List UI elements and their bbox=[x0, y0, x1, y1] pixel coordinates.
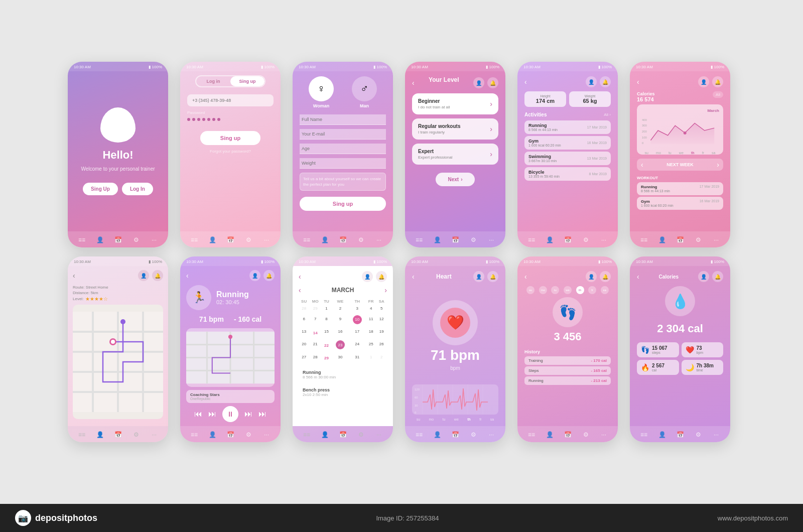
nav-calendar-1[interactable]: 📅 bbox=[113, 235, 122, 244]
cal-day-21[interactable]: 21 bbox=[309, 338, 321, 351]
cal-day-17[interactable]: 17 bbox=[349, 326, 366, 338]
cal-day-2-next[interactable]: 2 bbox=[376, 351, 387, 363]
cal-day-24[interactable]: 24 bbox=[349, 338, 366, 351]
next-track-icon[interactable]: ⏭ bbox=[244, 410, 252, 419]
cal-day-18[interactable]: 18 bbox=[366, 326, 376, 338]
dot-th[interactable]: th bbox=[576, 286, 584, 294]
cal-day-30[interactable]: 30 bbox=[332, 351, 349, 363]
nav-profile-8[interactable]: 👤 bbox=[208, 430, 217, 439]
nav-profile-3[interactable]: 👤 bbox=[320, 235, 329, 244]
nav-activity-6[interactable]: ≡≡ bbox=[639, 235, 648, 244]
nav-activity-3[interactable]: ≡≡ bbox=[302, 235, 311, 244]
sing-up-button[interactable]: Sing Up bbox=[83, 183, 118, 195]
nav-profile-9[interactable]: 👤 bbox=[320, 430, 329, 439]
nav-settings-4[interactable]: ⚙ bbox=[469, 235, 478, 244]
profile-icon-9[interactable]: 👤 bbox=[362, 271, 373, 282]
nav-settings-10[interactable]: ⚙ bbox=[469, 430, 478, 439]
dot-we[interactable]: we bbox=[564, 286, 572, 294]
bell-icon-12[interactable]: 🔔 bbox=[712, 271, 723, 282]
prev-month-button[interactable]: ‹ bbox=[299, 286, 301, 294]
nav-activity-5[interactable]: ≡≡ bbox=[527, 235, 536, 244]
profile-icon-6[interactable]: 👤 bbox=[698, 76, 709, 87]
cal-day-9[interactable]: 9 bbox=[332, 312, 349, 326]
nav-more-10[interactable]: ··· bbox=[487, 430, 496, 439]
back-button-5[interactable]: ‹ bbox=[524, 78, 527, 86]
cal-day-5[interactable]: 5 bbox=[376, 305, 387, 312]
bell-icon-5[interactable]: 🔔 bbox=[600, 76, 611, 87]
skip-forward-icon[interactable]: ⏭ bbox=[258, 410, 266, 419]
nav-profile-2[interactable]: 👤 bbox=[208, 235, 217, 244]
nav-activity-2[interactable]: ≡≡ bbox=[190, 235, 199, 244]
cal-day-25[interactable]: 25 bbox=[366, 338, 376, 351]
cal-day-12[interactable]: 12 bbox=[376, 312, 387, 326]
phone-input[interactable] bbox=[187, 94, 274, 106]
nav-more-9[interactable]: ··· bbox=[374, 430, 383, 439]
back-button-12[interactable]: ‹ bbox=[637, 273, 639, 281]
nav-more-4[interactable]: ··· bbox=[487, 235, 496, 244]
cal-day-29-prev[interactable]: 29 bbox=[309, 305, 321, 312]
nav-settings-1[interactable]: ⚙ bbox=[131, 235, 141, 244]
nav-activity-11[interactable]: ≡≡ bbox=[527, 430, 536, 439]
profile-icon-10[interactable]: 👤 bbox=[473, 271, 484, 282]
cal-day-28-prev[interactable]: 28 bbox=[299, 305, 309, 312]
profile-icon-8[interactable]: 👤 bbox=[249, 270, 260, 281]
cal-day-19[interactable]: 19 bbox=[376, 326, 387, 338]
prev-track-icon[interactable]: ⏭ bbox=[208, 410, 216, 419]
nav-calendar-10[interactable]: 📅 bbox=[451, 430, 460, 439]
nav-calendar-7[interactable]: 📅 bbox=[113, 430, 122, 439]
nav-activity-8[interactable]: ≡≡ bbox=[190, 430, 199, 439]
fullname-input[interactable] bbox=[300, 114, 386, 125]
nav-settings-11[interactable]: ⚙ bbox=[581, 430, 590, 439]
dot-fr[interactable]: fr bbox=[588, 286, 596, 294]
cal-day-27[interactable]: 27 bbox=[299, 351, 309, 363]
activity-gym[interactable]: Gym 1 600 kcal 60:20 min 16 Mar 2019 bbox=[524, 136, 611, 150]
nav-activity-12[interactable]: ≡≡ bbox=[639, 430, 648, 439]
nav-calendar-3[interactable]: 📅 bbox=[338, 235, 347, 244]
gender-woman[interactable]: ♀ Woman bbox=[309, 76, 334, 108]
activity-running[interactable]: Running 8 566 m 44:13 min 17 Mar 2019 bbox=[524, 120, 611, 134]
play-pause-button[interactable]: ⏸ bbox=[222, 406, 238, 422]
gender-signup-button[interactable]: Sing up bbox=[300, 197, 386, 211]
dot-su[interactable]: su bbox=[526, 286, 534, 294]
nav-calendar-4[interactable]: 📅 bbox=[451, 235, 460, 244]
cal-workout-running[interactable]: Running 8 566 m 30:00 min bbox=[299, 367, 387, 382]
nav-more-1[interactable]: ··· bbox=[150, 235, 159, 244]
weight-input[interactable] bbox=[300, 158, 386, 169]
activity-swimming[interactable]: Swimming 3 667m 30:10 min 13 Mar 2019 bbox=[524, 152, 611, 165]
nav-profile-6[interactable]: 👤 bbox=[657, 235, 666, 244]
cal-day-1[interactable]: 1 bbox=[321, 305, 332, 312]
nav-settings-12[interactable]: ⚙ bbox=[694, 430, 703, 439]
nav-activity-10[interactable]: ≡≡ bbox=[415, 430, 424, 439]
level-expert[interactable]: Expert Expert professional › bbox=[412, 144, 498, 165]
profile-icon-7[interactable]: 👤 bbox=[138, 270, 149, 281]
nav-activity-1[interactable]: ≡≡ bbox=[77, 235, 86, 244]
cal-day-1-next[interactable]: 1 bbox=[366, 351, 376, 363]
bell-icon-9[interactable]: 🔔 bbox=[376, 271, 387, 282]
nav-settings-7[interactable]: ⚙ bbox=[131, 430, 141, 439]
cal-day-6[interactable]: 6 bbox=[299, 312, 309, 326]
tab-login[interactable]: Log in bbox=[196, 76, 230, 86]
cal-day-23-active[interactable]: 23 bbox=[332, 338, 349, 351]
dot-tu[interactable]: tu bbox=[551, 286, 559, 294]
nav-calendar-12[interactable]: 📅 bbox=[676, 430, 685, 439]
nav-profile-7[interactable]: 👤 bbox=[95, 430, 104, 439]
cal-day-26[interactable]: 26 bbox=[376, 338, 387, 351]
nav-settings-2[interactable]: ⚙ bbox=[244, 235, 253, 244]
profile-icon-11[interactable]: 👤 bbox=[586, 271, 597, 282]
level-regular[interactable]: Regular workouts I train regularly › bbox=[412, 118, 498, 140]
cal-workout-bench[interactable]: Bench press 2x10 2:50 min bbox=[299, 384, 387, 400]
age-input[interactable] bbox=[300, 144, 386, 154]
calories-all-badge[interactable]: All bbox=[713, 91, 723, 98]
workout-running[interactable]: Running 8 566 m 44:13 min 17 Mar 2019 bbox=[637, 182, 723, 195]
back-button-6[interactable]: ‹ bbox=[637, 78, 639, 86]
cal-day-2[interactable]: 2 bbox=[332, 305, 349, 312]
nav-profile-4[interactable]: 👤 bbox=[433, 235, 442, 244]
back-button-10[interactable]: ‹ bbox=[412, 273, 415, 281]
next-button[interactable]: Next › bbox=[436, 173, 474, 186]
nav-profile-5[interactable]: 👤 bbox=[545, 235, 554, 244]
profile-icon-5[interactable]: 👤 bbox=[586, 76, 597, 87]
bell-icon-10[interactable]: 🔔 bbox=[487, 271, 498, 282]
nav-activity-7[interactable]: ≡≡ bbox=[77, 430, 86, 439]
cal-day-31[interactable]: 31 bbox=[349, 351, 366, 363]
nav-calendar-9[interactable]: 📅 bbox=[338, 430, 347, 439]
